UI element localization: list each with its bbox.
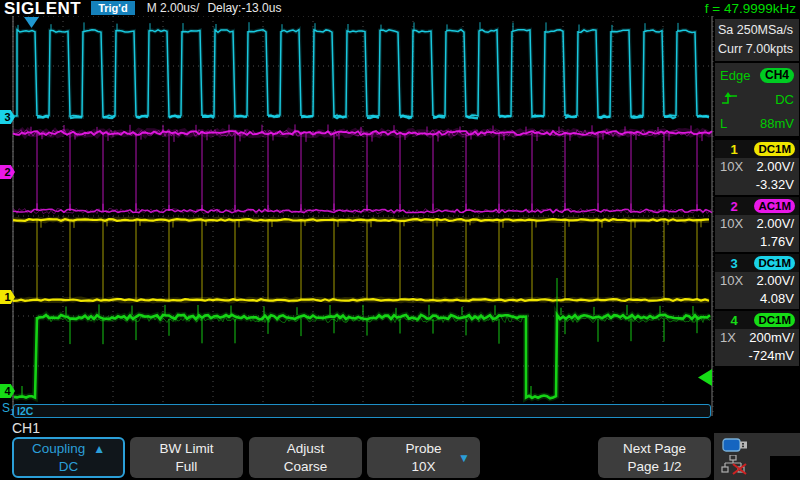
usb-device-icon — [722, 438, 750, 453]
channel-coupling-badge: DC1M — [754, 313, 795, 327]
decode-protocol-label: I2C — [14, 405, 710, 417]
channel-box-2: 2AC1M10X2.00V/1.76V — [715, 197, 799, 252]
header-bar: SIGLENT Trig'd M 2.00us/ Delay:-13.0us f… — [0, 0, 800, 16]
delay-readout: Delay:-13.0us — [207, 1, 281, 15]
channel-box-4: 4DC1M1X200mV/-724mV — [715, 311, 799, 366]
channel-number: 3 — [719, 256, 749, 271]
softkey-coupling[interactable]: Coupling▲DC — [12, 437, 125, 478]
channel-coupling-badge: AC1M — [754, 199, 795, 213]
i2c-decode-bar: I2C — [13, 404, 711, 418]
softkey-line1: Probe — [405, 440, 441, 458]
softkey-menu-bar: CH1 Coupling▲DCBW LimitFullAdjustCoarseP… — [0, 418, 714, 480]
trigger-coupling: DC — [775, 92, 794, 107]
channel-probe: 1X — [720, 329, 736, 347]
trigger-level-value: 88mV — [760, 116, 794, 131]
softkey-probe[interactable]: Probe10X▼ — [367, 437, 480, 478]
softkey-line1: Adjust — [287, 440, 325, 458]
oscilloscope-screen: SIGLENT Trig'd M 2.00us/ Delay:-13.0us f… — [0, 0, 800, 480]
softkey-line2: 10X — [411, 458, 435, 476]
softkey-line2: DC — [59, 458, 79, 476]
trigger-status-badge: Trig'd — [91, 1, 135, 15]
status-panel — [714, 433, 800, 480]
softkey-next-page[interactable]: Next PagePage 1/2 — [598, 437, 711, 478]
channel-number: 2 — [719, 199, 749, 214]
softkey-bw-limit[interactable]: BW LimitFull — [130, 437, 243, 478]
channel-box-1: 1DC1M10X2.00V/-3.32V — [715, 140, 799, 195]
sidebar: Sa 250MSa/s Curr 7.00kpts Edge CH4 DC L … — [714, 16, 800, 433]
sample-rate: Sa 250MSa/s — [718, 21, 796, 40]
timebase-readout: M 2.00us/ — [147, 1, 200, 15]
up-arrow-icon: ▲ — [93, 440, 105, 458]
channel-coupling-badge: DC1M — [754, 142, 795, 156]
channel-box-3: 3DC1M10X2.00V/4.08V — [715, 254, 799, 309]
softkey-line1: Next Page — [623, 440, 686, 458]
softkey-line2: Coarse — [284, 458, 328, 476]
softkey-line1: BW Limit — [160, 440, 214, 458]
trigger-level-label: L — [720, 116, 727, 131]
channel-offset: 1.76V — [760, 233, 794, 251]
channel-scale: 2.00V/ — [756, 272, 794, 290]
lan-disconnected-icon — [721, 455, 749, 475]
rising-edge-icon — [720, 92, 740, 106]
menu-title: CH1 — [12, 420, 40, 436]
status-panel-notch — [770, 456, 800, 480]
memory-depth: Curr 7.00kpts — [718, 40, 796, 59]
softkey-adjust[interactable]: AdjustCoarse — [249, 437, 362, 478]
channel-number: 1 — [719, 142, 749, 157]
channel-scale: 2.00V/ — [756, 215, 794, 233]
acquisition-info-box: Sa 250MSa/s Curr 7.00kpts — [715, 19, 799, 61]
down-arrow-icon: ▼ — [458, 449, 470, 467]
frequency-counter: f = 47.9999kHz — [705, 1, 796, 16]
channel-offset: -3.32V — [756, 176, 794, 194]
channel-number: 4 — [719, 313, 749, 328]
channel-probe: 10X — [720, 272, 743, 290]
channel-scale: 200mV/ — [749, 329, 794, 347]
brand-logo: SIGLENT — [4, 1, 81, 16]
channel-coupling-badge: DC1M — [754, 256, 795, 270]
channel-offset: 4.08V — [760, 290, 794, 308]
channel-offset: -724mV — [748, 347, 794, 365]
channel-probe: 10X — [720, 158, 743, 176]
trigger-info-box: Edge CH4 DC L 88mV — [715, 63, 799, 136]
channel-probe: 10X — [720, 215, 743, 233]
softkey-line1: Coupling — [32, 440, 85, 458]
softkey-line2: Full — [176, 458, 198, 476]
channel-scale: 2.00V/ — [756, 158, 794, 176]
trigger-source-badge: CH4 — [760, 68, 794, 83]
trigger-type: Edge — [720, 68, 750, 83]
waveform-area: 3214 S1 I2C — [0, 0, 714, 480]
softkey-line2: Page 1/2 — [627, 458, 681, 476]
